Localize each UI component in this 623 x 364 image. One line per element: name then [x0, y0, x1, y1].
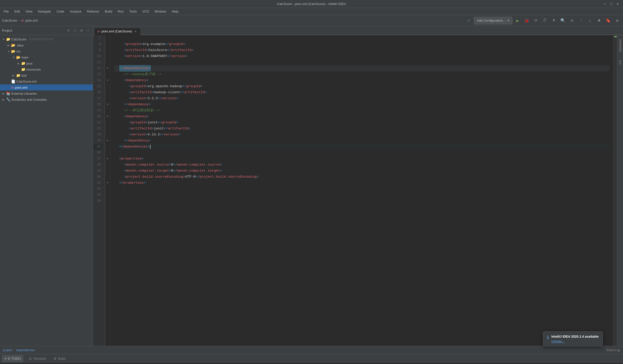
tree-item-iml[interactable]: ▶ 📄 CalcScore.iml	[0, 78, 93, 84]
maximize-button[interactable]: □	[609, 2, 613, 6]
tree-label-iml: CalcScore.iml	[16, 80, 36, 83]
sidebar-title: Project	[2, 29, 64, 32]
line-num-31: 31	[93, 180, 103, 186]
terminal-tab[interactable]: ⊡ Terminal	[26, 355, 48, 362]
collapse-all-icon[interactable]: ⟨	[72, 28, 78, 33]
tree-item-idea[interactable]: ▶ 📂 .idea	[0, 42, 93, 48]
menu-code[interactable]: Code	[54, 9, 67, 14]
folder-icon-main: 📂	[16, 55, 20, 59]
title-bar: CalcScore - pom.xml (CalcScore) - Intell…	[0, 0, 623, 8]
menu-view[interactable]: View	[23, 9, 35, 14]
line-num-15: 15	[93, 83, 103, 89]
tree-arrow-scratches: ▶	[2, 98, 5, 101]
line-num-19: 19	[93, 108, 103, 114]
library-icon: 📚	[6, 91, 10, 95]
tree-item-external-libs[interactable]: ▶ 📚 External Libraries	[0, 90, 93, 96]
line-num-23: 23	[93, 132, 103, 138]
minimize-button[interactable]: ─	[602, 2, 607, 6]
event-log-label[interactable]: Event Log	[606, 348, 620, 352]
code-line-11	[114, 59, 609, 65]
settings-icon[interactable]: ⚙	[79, 28, 84, 33]
debug-button[interactable]: 🐞	[523, 17, 530, 24]
tab-pomxml[interactable]: m pom.xml (CalcScore) ✕	[94, 28, 141, 35]
tree-item-scratches[interactable]: ▶ 🔧 Scratches and Consoles	[0, 96, 93, 102]
run-with-coverage-button[interactable]: ⟳	[532, 17, 540, 24]
stop-button[interactable]: ■	[595, 17, 603, 24]
breadcrumb-file[interactable]: pom.xml	[25, 19, 38, 22]
tree-item-main[interactable]: ▼ 📂 main	[0, 54, 93, 60]
profile-button[interactable]: ⏱	[541, 17, 549, 24]
menu-build[interactable]: Build	[102, 9, 115, 14]
status-breadcrumb-arrow: ›	[14, 348, 15, 352]
todo-tab[interactable]: ≡ 6: TODO	[2, 355, 23, 362]
menu-refactor[interactable]: Refactor	[84, 9, 102, 14]
right-gutter	[613, 35, 617, 346]
editor-area: m pom.xml (CalcScore) ✕ 7 8 9 10 11 12 1…	[93, 26, 623, 346]
status-bar: project › dependencies Event Log	[0, 346, 623, 354]
tree-item-test[interactable]: ▶ 📁 test	[0, 72, 93, 78]
menu-tools[interactable]: Tools	[127, 9, 139, 14]
notification-popup: ℹ IntelliJ IDEA 2020.1.4 available Updat…	[543, 331, 603, 346]
fold-icon-31[interactable]: ▼	[106, 181, 109, 185]
fold-icon-27[interactable]: ▼	[106, 157, 109, 161]
menu-vcs[interactable]: VCS	[140, 9, 152, 14]
ant-tab[interactable]: Ant	[618, 58, 622, 67]
status-breadcrumb-dependencies[interactable]: dependencies	[16, 348, 35, 352]
line-num-32: 32	[93, 186, 103, 192]
scope-icon[interactable]: ⊙	[66, 28, 71, 33]
menu-help[interactable]: Help	[169, 9, 181, 14]
breadcrumb-status: project › dependencies	[3, 348, 602, 352]
gutter-mark-1	[614, 36, 617, 37]
fold-icon-12[interactable]: ▼	[106, 67, 109, 70]
menu-window[interactable]: Window	[152, 9, 169, 14]
settings-icon[interactable]: ⚙	[568, 17, 576, 24]
tree-item-src[interactable]: ▼ 📂 src	[0, 48, 93, 54]
fold-icon-18[interactable]: ▼	[106, 103, 109, 106]
fold-icon-14[interactable]: ▼	[106, 79, 109, 82]
menu-run[interactable]: Run	[115, 9, 126, 14]
status-breadcrumb-project[interactable]: project	[3, 348, 12, 352]
code-line-14: <dependency>	[114, 77, 609, 83]
maven-icon[interactable]: ⚡	[465, 17, 472, 24]
fold-icon-20[interactable]: ▼	[106, 115, 109, 118]
add-configuration-button[interactable]: Add Configuration... ▼	[474, 17, 512, 24]
tree-item-java[interactable]: ▶ 📁 java	[0, 60, 93, 66]
notification-link[interactable]: Update...	[551, 339, 599, 343]
menu-navigate[interactable]: Navigate	[35, 9, 53, 14]
run-dropdown-button[interactable]: ▼	[550, 17, 558, 24]
tree-label-main: main	[21, 56, 28, 59]
code-area[interactable]: <groupId>org.example</groupId> <artifact…	[110, 35, 613, 346]
close-button[interactable]: ✕	[615, 2, 620, 6]
build-label: Build	[58, 357, 65, 360]
commit-button[interactable]: ✓	[586, 17, 594, 24]
project-icon: 📁	[6, 37, 10, 41]
bottom-bar: ≡ 6: TODO ⊡ Terminal ⚙ Build	[0, 354, 623, 363]
code-line-24: </dependency>	[114, 138, 609, 144]
fold-icon-24[interactable]: ▼	[106, 139, 109, 142]
terminal-icon[interactable]: ⊞	[613, 17, 621, 24]
menu-file[interactable]: File	[1, 9, 11, 14]
tree-arrow-idea: ▶	[7, 44, 10, 47]
search-everywhere-icon[interactable]: 🔍	[559, 17, 567, 24]
code-line-28: <maven.compiler.source>8</maven.compiler…	[114, 162, 609, 168]
code-line-12: <<dependencies>	[114, 65, 609, 71]
tab-close-button[interactable]: ✕	[134, 29, 138, 33]
database-tab[interactable]: Database	[618, 37, 622, 54]
breadcrumb-project[interactable]: CalcScore	[2, 19, 17, 22]
tree-item-pomxml[interactable]: ▶ m pom.xml	[0, 84, 93, 90]
terminal-icon: ⊡	[29, 357, 32, 360]
run-button[interactable]: ▶	[514, 17, 521, 24]
build-tab[interactable]: ⚙ Build	[51, 355, 68, 362]
tree-item-calcScore[interactable]: ▼ 📁 CalcScore D:\java\CalcScore	[0, 36, 93, 42]
xml-icon: m	[11, 85, 14, 89]
menu-analyze[interactable]: Analyze	[67, 9, 84, 14]
menu-edit[interactable]: Edit	[12, 9, 22, 14]
code-line-9: <artifactId>CalcScore</artifactId>	[114, 47, 609, 53]
hide-panel-icon[interactable]: ─	[85, 28, 91, 33]
line-num-28: 28	[93, 162, 103, 168]
notification-icon: ℹ	[547, 335, 549, 340]
vcs-update-button[interactable]: ↑	[577, 17, 585, 24]
tree-item-resources[interactable]: ▶ 📁 resources	[0, 66, 93, 72]
code-line-10: <version>1.0-SNAPSHOT</version>	[114, 53, 609, 59]
bookmark-icon[interactable]: 🔖	[604, 17, 612, 24]
